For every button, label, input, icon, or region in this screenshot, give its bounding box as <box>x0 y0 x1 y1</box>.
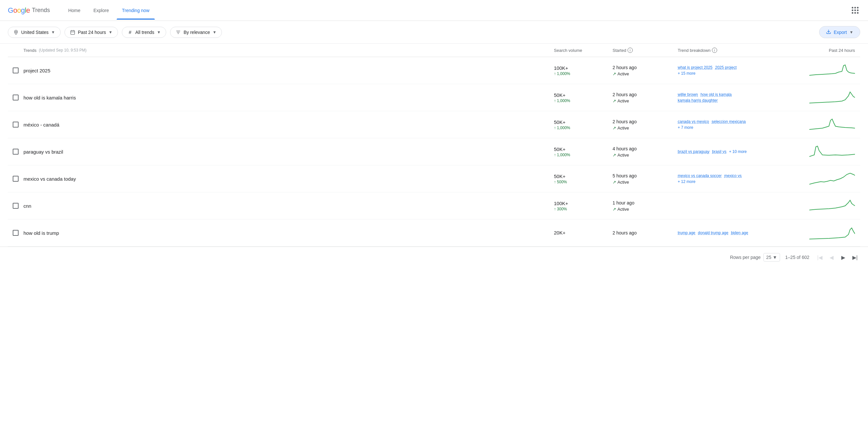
row-checkbox-4[interactable] <box>8 149 24 154</box>
chart-cell-7 <box>782 225 860 241</box>
export-button[interactable]: Export ▼ <box>819 26 860 38</box>
vol-pct-6: ↑ 300% <box>554 207 613 211</box>
row-checkbox-5[interactable] <box>8 176 24 182</box>
trend-name-4[interactable]: paraguay vs brazil <box>24 149 554 154</box>
chart-cell-5 <box>782 171 860 187</box>
search-vol-5: 50K+ ↑ 500% <box>554 174 613 184</box>
nav-explore[interactable]: Explore <box>88 1 114 20</box>
location-filter[interactable]: United States ▼ <box>8 27 61 38</box>
trend-name-1[interactable]: project 2025 <box>24 68 554 74</box>
search-vol-4: 50K+ ↑ 1,000% <box>554 146 613 157</box>
last-page-button[interactable]: ▶| <box>850 252 860 263</box>
header-started: Started i <box>613 48 678 53</box>
checkbox-1[interactable] <box>13 67 19 74</box>
row-checkbox-6[interactable] <box>8 203 24 209</box>
checkbox-2[interactable] <box>13 94 19 100</box>
chart-cell-2 <box>782 89 860 106</box>
first-page-button[interactable]: |◀ <box>814 252 825 263</box>
started-info-icon[interactable]: i <box>627 48 633 53</box>
table-row: how old is kamala harris 50K+ ↑ 1,000% 2… <box>8 84 860 111</box>
breakdown-tag-3a[interactable]: canada vs mexico <box>678 119 709 124</box>
sort-filter[interactable]: By relevance ▼ <box>170 27 222 38</box>
logo-area: Google Trends <box>8 6 50 15</box>
trend-name-7[interactable]: how old is trump <box>24 230 554 236</box>
time-filter[interactable]: Past 24 hours ▼ <box>64 27 118 38</box>
breakdown-tag-2a[interactable]: willie brown <box>678 92 698 97</box>
header-past24: Past 24 hours <box>782 48 860 53</box>
location-chevron-icon: ▼ <box>51 30 55 35</box>
prev-page-button[interactable]: ◀ <box>826 252 837 263</box>
apps-icon[interactable] <box>850 5 860 16</box>
active-badge-1: ↗ Active <box>613 71 678 76</box>
row-checkbox-3[interactable] <box>8 122 24 127</box>
table-row: mexico vs canada today 50K+ ↑ 500% 5 hou… <box>8 165 860 193</box>
checkbox-5[interactable] <box>13 176 19 182</box>
header-breakdown: Trend breakdown i <box>678 48 782 53</box>
header-search-volume: Search volume <box>554 48 613 53</box>
checkbox-7[interactable] <box>13 230 19 236</box>
google-logo: Google <box>8 6 30 15</box>
sort-chevron-icon: ▼ <box>212 30 216 35</box>
vol-main-1: 100K+ <box>554 65 613 71</box>
pagination-bar: Rows per page 25 ▼ 1–25 of 602 |◀ ◀ ▶ ▶| <box>0 246 868 268</box>
breakdown-tag-4a[interactable]: brazil vs paraguay <box>678 149 709 154</box>
breakdown-info-icon[interactable]: i <box>712 48 717 53</box>
category-filter[interactable]: # All trends ▼ <box>122 27 166 38</box>
active-icon-6: ↗ <box>613 207 616 212</box>
row-checkbox-2[interactable] <box>8 94 24 100</box>
started-3: 2 hours ago ↗ Active <box>613 119 678 130</box>
active-icon-5: ↗ <box>613 180 616 184</box>
row-checkbox-7[interactable] <box>8 230 24 236</box>
rows-select-dropdown[interactable]: 25 ▼ <box>764 253 780 262</box>
time-label: Past 24 hours <box>78 30 106 35</box>
started-5: 5 hours ago ↗ Active <box>613 173 678 184</box>
trend-name-5[interactable]: mexico vs canada today <box>24 176 554 182</box>
breakdown-tag-7c[interactable]: biden age <box>731 231 748 235</box>
table-row: how old is trump 20K+ 2 hours ago trump … <box>8 220 860 246</box>
trend-name-3[interactable]: méxico - canadá <box>24 122 554 127</box>
breakdown-tag-7b[interactable]: donald trump age <box>698 231 728 235</box>
rows-per-page-label: Rows per page <box>730 255 761 260</box>
checkbox-6[interactable] <box>13 203 19 209</box>
vol-main-6: 100K+ <box>554 201 613 206</box>
breakdown-more-1[interactable]: + 15 more <box>678 71 695 76</box>
chart-cell-4 <box>782 144 860 160</box>
search-vol-2: 50K+ ↑ 1,000% <box>554 92 613 103</box>
breakdown-row-4a: brazil vs paraguay brasil vs + 10 more <box>678 149 782 154</box>
vol-main-3: 50K+ <box>554 119 613 125</box>
breakdown-more-4[interactable]: + 10 more <box>729 149 746 154</box>
breakdown-tag-2b[interactable]: how old is kamala <box>701 92 732 97</box>
breakdown-row-2a: willie brown how old is kamala <box>678 92 782 97</box>
svg-point-0 <box>15 31 17 32</box>
started-time-2: 2 hours ago <box>613 92 678 97</box>
breakdown-more-5[interactable]: + 12 more <box>678 179 695 184</box>
breakdown-tag-5b[interactable]: mexico vs <box>724 174 742 178</box>
search-vol-6: 100K+ ↑ 300% <box>554 201 613 211</box>
breakdown-tag-1a[interactable]: what is project 2025 <box>678 65 713 70</box>
row-checkbox-1[interactable] <box>8 67 24 74</box>
vol-pct-4: ↑ 1,000% <box>554 153 613 157</box>
chart-cell-1 <box>782 62 860 79</box>
breakdown-tag-2c[interactable]: kamala harris daughter <box>678 98 718 103</box>
active-label-6: Active <box>617 207 629 212</box>
breakdown-tag-3b[interactable]: seleccion mexicana <box>712 119 746 124</box>
table-row: méxico - canadá 50K+ ↑ 1,000% 2 hours ag… <box>8 111 860 138</box>
breakdown-tag-4b[interactable]: brasil vs <box>712 149 726 154</box>
breakdown-more-3[interactable]: + 7 more <box>678 125 693 130</box>
nav-trending-now[interactable]: Trending now <box>117 1 154 20</box>
active-badge-4: ↗ Active <box>613 153 678 157</box>
checkbox-3[interactable] <box>13 122 19 127</box>
next-page-button[interactable]: ▶ <box>838 252 848 263</box>
breakdown-tag-5a[interactable]: mexico vs canada soccer <box>678 174 722 178</box>
vol-pct-2: ↑ 1,000% <box>554 98 613 103</box>
trend-name-6[interactable]: cnn <box>24 203 554 209</box>
started-6: 1 hour ago ↗ Active <box>613 200 678 212</box>
breakdown-more-row-3: + 7 more <box>678 125 782 130</box>
trend-name-2[interactable]: how old is kamala harris <box>24 95 554 100</box>
nav-home[interactable]: Home <box>63 1 85 20</box>
breakdown-tag-7a[interactable]: trump age <box>678 231 695 235</box>
breakdown-tag-1b[interactable]: 2025 project <box>715 65 737 70</box>
chart-cell-6 <box>782 198 860 214</box>
time-chevron-icon: ▼ <box>108 30 113 35</box>
checkbox-4[interactable] <box>13 149 19 154</box>
